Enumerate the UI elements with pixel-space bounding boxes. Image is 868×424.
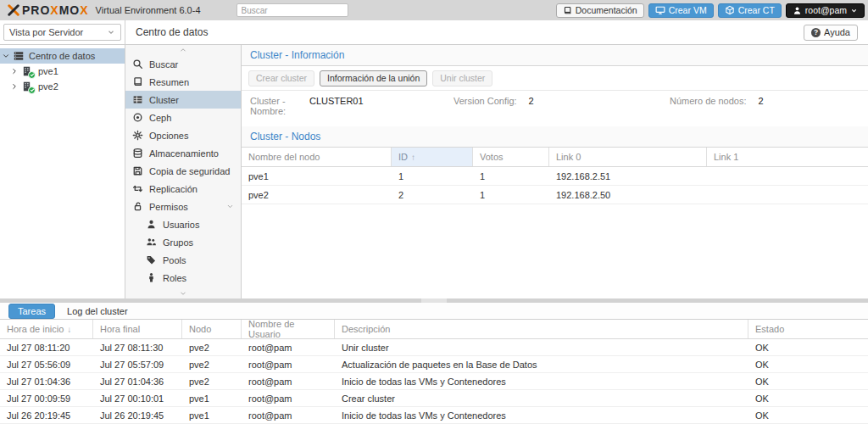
column-header[interactable]: Nombre del nodo: [242, 148, 392, 166]
floppy-icon: [132, 165, 143, 176]
chevron-down-icon: [850, 7, 858, 14]
proxmox-x-icon: [7, 4, 20, 16]
view-mode-select[interactable]: Vista por Servidor: [3, 24, 121, 41]
tree-item-pve1[interactable]: pve1: [0, 64, 125, 79]
menu-item-almacenamiento[interactable]: Almacenamiento: [125, 144, 241, 162]
datacenter-icon: [13, 50, 25, 62]
menu-item-permisos[interactable]: Permisos: [125, 198, 241, 215]
user-icon: [146, 219, 157, 230]
search-input[interactable]: [236, 3, 348, 17]
config-menu: Buscar Resumen Cluster Ceph Opciones Alm…: [125, 45, 242, 298]
proxmox-logo: PROXMOX: [7, 3, 89, 17]
splitter-handle[interactable]: [421, 298, 447, 303]
menu-item-ceph[interactable]: Ceph: [125, 109, 241, 126]
expander-icon: [10, 82, 19, 91]
expander-icon: [2, 52, 10, 60]
task-row[interactable]: Jul 26 20:19:45Jul 26 20:19:45pve1root@p…: [0, 407, 868, 424]
help-button[interactable]: ? Ayuda: [804, 25, 858, 41]
node-row[interactable]: pve111192.168.2.51: [242, 167, 868, 186]
tab-tasks[interactable]: Tareas: [8, 304, 55, 319]
menu-item-resumen[interactable]: Resumen: [125, 73, 241, 91]
create-cluster-button[interactable]: Crear cluster: [248, 70, 314, 86]
tasks-table-header: Hora de inicio↓Hora finalNodoNombre de U…: [0, 320, 868, 339]
create-ct-button[interactable]: Crear CT: [718, 3, 782, 18]
cluster-info-heading: Cluster - Información: [242, 45, 868, 66]
chevron-up-icon: [178, 46, 188, 54]
column-header[interactable]: Link 1: [707, 148, 868, 166]
menu-item-opciones[interactable]: Opciones: [125, 126, 241, 144]
menu-item-pools[interactable]: Pools: [125, 251, 241, 269]
expander-icon: [10, 67, 19, 75]
menu-item-cluster[interactable]: Cluster: [125, 91, 241, 109]
task-row[interactable]: Jul 27 08:11:20Jul 27 08:11:30pve2root@p…: [0, 339, 868, 356]
node-icon: [21, 81, 34, 93]
task-row[interactable]: Jul 27 00:09:59Jul 27 00:10:01pve1root@p…: [0, 390, 868, 407]
tree-item-pve2[interactable]: pve2: [0, 79, 125, 94]
male-icon: [146, 272, 157, 283]
breadcrumb: Centro de datos: [136, 26, 208, 38]
menu-item-buscar[interactable]: Buscar: [125, 55, 241, 73]
menu-item-copia-de-seguridad[interactable]: Copia de seguridad: [125, 162, 241, 180]
search-icon: [132, 59, 143, 70]
tag-icon: [146, 254, 157, 265]
menu-item-replicaci-n[interactable]: Replicación: [125, 180, 241, 198]
column-header[interactable]: Hora de inicio↓: [0, 320, 93, 338]
ceph-icon: [132, 112, 143, 123]
tasks-table-body: Jul 27 08:11:20Jul 27 08:11:30pve2root@p…: [0, 339, 868, 424]
node-count-label: Número de nodos:: [670, 96, 747, 126]
column-header[interactable]: Link 0: [549, 148, 707, 166]
tree-item-label: Centro de datos: [27, 51, 95, 61]
column-header[interactable]: Nodo: [182, 320, 242, 338]
menu-item-roles[interactable]: Roles: [125, 269, 241, 287]
column-header[interactable]: Votos: [473, 148, 549, 166]
config-version-label: Version Config:: [453, 96, 517, 126]
retweet-icon: [132, 183, 143, 194]
task-row[interactable]: Jul 27 05:56:09Jul 27 05:57:09pve2root@p…: [0, 356, 868, 373]
column-header[interactable]: Hora final: [93, 320, 182, 338]
join-cluster-button[interactable]: Unir cluster: [432, 70, 492, 86]
database-icon: [132, 148, 143, 159]
menu-scroll-down[interactable]: [125, 288, 241, 298]
column-header[interactable]: Estado: [748, 320, 868, 338]
cluster-info-fields: Cluster - Nombre: CLUSTER01 Version Conf…: [242, 91, 868, 126]
chevron-down-icon: [178, 289, 188, 298]
question-icon: ?: [811, 28, 821, 37]
panel-splitter[interactable]: [0, 298, 868, 303]
brand-name: PROXMOX: [22, 3, 89, 17]
resource-tree: Centro de datos pve1 pve2: [0, 45, 125, 298]
version-subtitle: Virtual Environment 6.0-4: [96, 5, 201, 15]
monitor-icon: [655, 5, 665, 15]
online-check-icon: [28, 86, 36, 94]
grid-icon: [132, 94, 143, 105]
tree-item-label: pve1: [36, 66, 58, 76]
cluster-toolbar: Crear cluster Información de la unión Un…: [242, 66, 868, 91]
config-version-value: 2: [529, 96, 534, 126]
tree-item-datacenter[interactable]: Centro de datos: [0, 48, 125, 64]
menu-item-grupos[interactable]: Grupos: [125, 233, 241, 251]
cluster-name-value: CLUSTER01: [309, 96, 364, 126]
column-header[interactable]: Nombre de Usuario: [242, 320, 335, 338]
user-menu-button[interactable]: root@pam: [786, 3, 865, 18]
task-row[interactable]: Jul 27 01:04:36Jul 27 01:04:36pve2root@p…: [0, 373, 868, 390]
node-row[interactable]: pve221192.168.2.50: [242, 186, 868, 204]
column-header[interactable]: Descripción: [335, 320, 748, 338]
menu-item-usuarios[interactable]: Usuarios: [125, 215, 241, 233]
unlock-icon: [132, 201, 143, 212]
cube-icon: [725, 5, 735, 15]
tab-cluster-log[interactable]: Log del cluster: [67, 306, 128, 316]
nodes-table-body: pve111192.168.2.51pve221192.168.2.50: [242, 167, 868, 204]
documentation-button[interactable]: Documentación: [556, 3, 644, 18]
users-icon: [146, 237, 157, 248]
menu-scroll-up[interactable]: [125, 45, 241, 55]
node-count-value: 2: [759, 96, 764, 126]
create-vm-button[interactable]: Crear VM: [648, 3, 714, 18]
column-header[interactable]: ID↑: [392, 148, 473, 166]
gear-icon: [132, 130, 143, 141]
top-bar: PROXMOX Virtual Environment 6.0-4 Docume…: [0, 0, 868, 20]
chevron-down-icon: [107, 28, 115, 36]
cluster-nodes-heading: Cluster - Nodos: [242, 126, 868, 148]
online-check-icon: [28, 71, 36, 79]
tree-item-label: pve2: [36, 81, 58, 92]
join-information-button[interactable]: Información de la unión: [320, 70, 427, 86]
log-tabbar: Tareas Log del cluster: [0, 303, 868, 320]
